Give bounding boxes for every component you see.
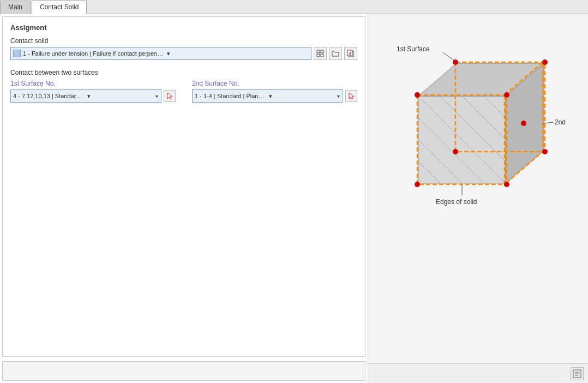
contact-solid-row: 1 - Failure under tension | Failure if c… [10,47,357,60]
3d-diagram: 1st Surface 2nd Surface Edges of solid [391,41,566,216]
label2-line [543,122,554,123]
surface2-label: 2nd Surface No. [192,80,357,87]
export-icon [573,369,581,378]
svg-rect-0 [317,50,320,53]
dot6 [504,92,509,98]
folder-icon-button[interactable] [329,47,342,60]
label1-line [443,52,457,62]
tab-main[interactable]: Main [0,1,31,14]
cursor2-icon [347,92,355,100]
surface2-cursor-button[interactable] [345,90,357,102]
contact-between-section: Contact between two surfaces 1st Surface… [10,69,357,103]
main-layout: Assigment Contact solid 1 - Failure unde… [0,14,588,383]
surface1-value: 4 - 7,12,10,13 | Standard | Plane | 1 - … [13,93,85,99]
contact-between-label: Contact between two surfaces [10,69,357,76]
tab-contact-solid[interactable]: Contact Solid [32,1,87,14]
surface2-dropdown-wrapper: 1 - 1-4 | Standard | Plane | 1 - Unifor.… [192,89,343,103]
cursor-icon [166,92,173,100]
label-edges-solid: Edges of solid [436,198,477,206]
surface2-dropdown-row: 1 - 1-4 | Standard | Plane | 1 - Unifor.… [192,89,357,103]
bottom-bar-left [2,361,365,381]
grid-icon [316,50,324,57]
contact-solid-dropdown[interactable]: 1 - Failure under tension | Failure if c… [10,47,311,60]
dot9 [521,121,526,126]
dot5 [415,92,420,98]
label-2nd-surface: 2nd Surface [555,118,566,126]
svg-rect-1 [321,50,323,53]
surface2-value: 1 - 1-4 | Standard | Plane | 1 - Unifor.… [195,93,267,99]
bottom-right-bar [368,363,588,383]
contact-solid-label: Contact solid [10,37,357,45]
tab-bar: Main Contact Solid [0,0,588,14]
surface1-col: 1st Surface No. 4 - 7,12,10,13 | Standar… [10,80,176,103]
dropdown-caret-icon: ▾ [167,50,309,57]
surface1-dropdown[interactable]: 4 - 7,12,10,13 | Standard | Plane | 1 - … [10,89,161,103]
dot7 [504,182,509,187]
dot8 [415,182,420,187]
surface1-caret-icon: ▾ [87,93,159,100]
left-panel: Assigment Contact solid 1 - Failure unde… [0,14,368,383]
content-area: Assigment Contact solid 1 - Failure unde… [2,16,365,357]
surfaces-row: 1st Surface No. 4 - 7,12,10,13 | Standar… [10,80,357,103]
dot3 [542,149,548,154]
contact-solid-value: 1 - Failure under tension | Failure if c… [23,50,165,57]
folder-icon [332,50,339,57]
section-title: Assigment [10,23,357,32]
diagram-container: 1st Surface 2nd Surface Edges of solid [391,41,566,216]
dot4 [453,149,458,154]
surface2-caret-icon: ▾ [269,93,341,100]
copy-icon [347,50,355,57]
surface1-cursor-button[interactable] [164,90,176,102]
label-1st-surface: 1st Surface [397,45,430,53]
color-swatch [13,50,21,57]
surface1-label: 1st Surface No. [10,80,176,87]
canvas-area: 1st Surface 2nd Surface Edges of solid [368,14,588,363]
surface1-dropdown-wrapper: 4 - 7,12,10,13 | Standard | Plane | 1 - … [10,89,161,103]
right-panel: 1st Surface 2nd Surface Edges of solid [368,14,588,383]
surface2-col: 2nd Surface No. 1 - 1-4 | Standard | Pla… [192,80,357,103]
dot2 [542,59,548,65]
svg-rect-3 [321,54,323,57]
surface1-dropdown-row: 4 - 7,12,10,13 | Standard | Plane | 1 - … [10,89,176,103]
svg-rect-2 [317,54,320,57]
surface2-dropdown[interactable]: 1 - 1-4 | Standard | Plane | 1 - Unifor.… [192,89,343,103]
add-icon-button[interactable] [314,47,327,60]
export-icon-button[interactable] [571,367,584,380]
copy-icon-button[interactable] [344,47,357,60]
